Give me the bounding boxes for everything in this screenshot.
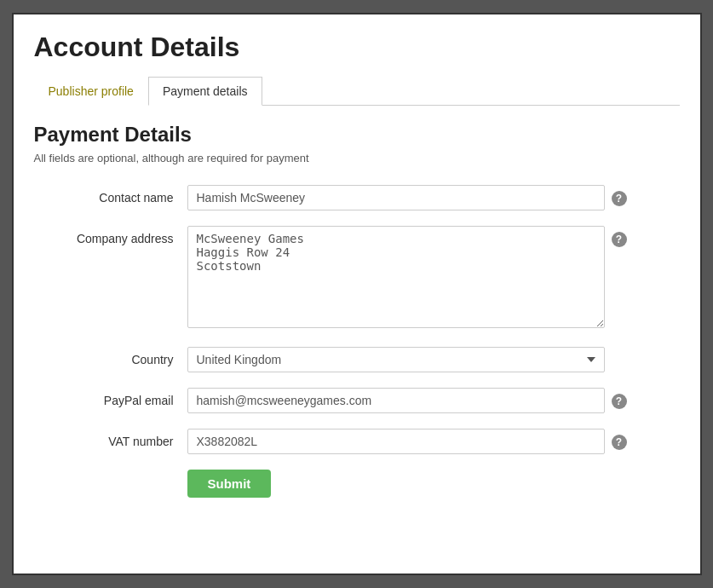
contact-name-label: Contact name — [34, 185, 187, 205]
paypal-email-row: PayPal email ? — [34, 388, 680, 413]
company-address-help-icon[interactable]: ? — [612, 232, 627, 247]
vat-number-row: VAT number ? — [34, 429, 680, 454]
company-address-label: Company address — [34, 226, 187, 245]
paypal-email-input-wrap — [187, 388, 605, 413]
tab-publisher-profile[interactable]: Publisher profile — [34, 77, 148, 106]
country-row: Country United Kingdom United States Can… — [34, 347, 680, 372]
account-details-window: Account Details Publisher profile Paymen… — [12, 13, 702, 575]
tab-bar: Publisher profile Payment details — [34, 77, 680, 106]
contact-name-help-icon[interactable]: ? — [612, 191, 627, 206]
country-label: Country — [34, 347, 187, 366]
company-address-input-wrap: McSweeney Games Haggis Row 24 Scotstown — [187, 226, 605, 331]
vat-number-help-icon[interactable]: ? — [612, 435, 627, 450]
section-subtitle: All fields are optional, although are re… — [34, 152, 680, 164]
contact-name-input[interactable] — [187, 185, 605, 210]
section-title: Payment Details — [34, 123, 680, 147]
submit-button[interactable]: Submit — [187, 470, 272, 498]
vat-number-label: VAT number — [34, 429, 187, 448]
contact-name-row: Contact name ? — [34, 185, 680, 210]
submit-row: Submit — [34, 470, 680, 498]
paypal-email-label: PayPal email — [34, 388, 187, 407]
country-select[interactable]: United Kingdom United States Canada Aust… — [187, 347, 605, 372]
contact-name-input-wrap — [187, 185, 605, 210]
page-title: Account Details — [34, 32, 680, 63]
paypal-email-input[interactable] — [187, 388, 605, 413]
company-address-row: Company address McSweeney Games Haggis R… — [34, 226, 680, 331]
company-address-input[interactable]: McSweeney Games Haggis Row 24 Scotstown — [187, 226, 605, 328]
country-select-wrap: United Kingdom United States Canada Aust… — [187, 347, 605, 372]
paypal-email-help-icon[interactable]: ? — [612, 394, 627, 409]
vat-number-input-wrap — [187, 429, 605, 454]
vat-number-input[interactable] — [187, 429, 605, 454]
tab-payment-details[interactable]: Payment details — [148, 77, 262, 106]
